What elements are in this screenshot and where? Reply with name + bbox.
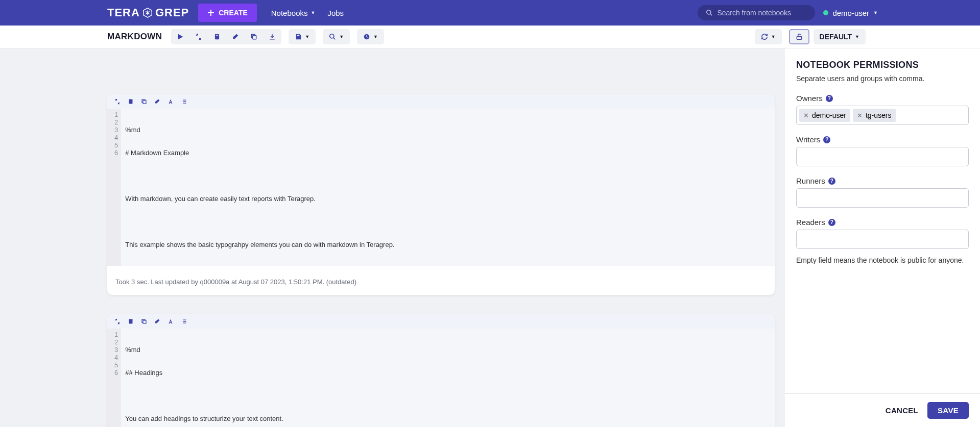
chevron-down-icon: ▼ — [311, 10, 316, 15]
schedule-dropdown[interactable]: ▼ — [357, 29, 384, 44]
chevron-down-icon: ▼ — [855, 34, 859, 39]
owner-tag: ✕ tg-users — [853, 109, 896, 122]
font-icon[interactable] — [168, 98, 174, 105]
notebook-toolbar: MARKDOWN ▼ ▼ — [0, 26, 980, 48]
eraser-icon[interactable] — [154, 98, 160, 105]
help-icon[interactable]: ? — [828, 219, 835, 226]
help-icon[interactable]: ? — [823, 136, 830, 143]
line-gutter: 123456 — [107, 329, 121, 427]
readers-label: Readers ? — [796, 218, 969, 227]
logo-text-right: GREP — [155, 6, 189, 19]
svg-rect-9 — [143, 101, 146, 104]
create-button[interactable]: CREATE — [198, 4, 257, 22]
svg-point-5 — [330, 34, 334, 38]
owners-input[interactable]: ✕ demo-user ✕ tg-users — [796, 106, 969, 125]
help-icon[interactable]: ? — [826, 95, 833, 102]
font-icon[interactable] — [168, 318, 174, 324]
code-content[interactable]: %md ## Headings You can add headings to … — [121, 329, 775, 427]
svg-rect-2 — [215, 34, 219, 40]
run-all-button[interactable] — [171, 29, 189, 44]
plus-icon — [207, 9, 214, 16]
toolbar-group-run — [171, 29, 281, 44]
notebook-main: 123456 %md # Markdown Example With markd… — [0, 48, 785, 427]
remove-tag-icon[interactable]: ✕ — [803, 112, 809, 119]
paragraph-status: Took 3 sec. Last updated by q000009a at … — [107, 266, 775, 295]
runners-label: Runners ? — [796, 177, 969, 185]
paragraph-card: 123456 %md # Markdown Example With markd… — [107, 94, 775, 295]
svg-rect-4 — [253, 36, 256, 39]
code-editor[interactable]: 123456 %md # Markdown Example With markd… — [107, 109, 775, 266]
svg-rect-11 — [143, 320, 146, 323]
remove-tag-icon[interactable]: ✕ — [857, 112, 863, 119]
panel-note: Empty field means the notebook is public… — [796, 256, 969, 264]
search-dropdown[interactable]: ▼ — [323, 29, 350, 44]
status-dot-icon — [823, 10, 828, 15]
search-box[interactable] — [698, 5, 815, 20]
owners-label: Owners ? — [796, 94, 969, 103]
eraser-icon[interactable] — [226, 29, 245, 44]
top-navbar: TERA GREP CREATE Notebooks ▼ Jobs demo-u… — [0, 0, 980, 26]
chevron-down-icon: ▼ — [873, 10, 878, 15]
svg-point-1 — [707, 10, 711, 14]
user-name: demo-user — [832, 9, 869, 17]
chevron-down-icon: ▼ — [373, 34, 378, 39]
nav-notebooks[interactable]: Notebooks ▼ — [265, 5, 322, 21]
create-label: CREATE — [219, 9, 248, 17]
book-icon[interactable] — [128, 318, 134, 324]
interpreter-dropdown[interactable]: DEFAULT ▼ — [814, 29, 866, 44]
paragraph-toolbar — [107, 94, 775, 109]
panel-subtitle: Separate users and groups with comma. — [796, 74, 969, 83]
content-area: 123456 %md # Markdown Example With markd… — [0, 48, 980, 427]
copy-icon[interactable] — [141, 98, 147, 105]
nav-jobs[interactable]: Jobs — [321, 5, 350, 21]
svg-rect-3 — [216, 35, 219, 36]
chevron-down-icon: ▼ — [305, 34, 309, 39]
writers-input[interactable] — [796, 147, 969, 166]
permissions-button[interactable] — [789, 29, 809, 44]
readers-input[interactable] — [796, 230, 969, 249]
writers-label: Writers ? — [796, 135, 969, 144]
runners-input[interactable] — [796, 188, 969, 208]
list-icon[interactable] — [181, 98, 187, 105]
user-menu[interactable]: demo-user ▼ — [823, 9, 878, 17]
collapse-icon[interactable] — [189, 29, 208, 44]
help-icon[interactable]: ? — [828, 178, 835, 185]
download-icon[interactable] — [263, 29, 281, 44]
chevron-down-icon: ▼ — [339, 34, 344, 39]
save-button[interactable]: SAVE — [927, 402, 969, 419]
svg-rect-8 — [129, 99, 133, 104]
book-icon[interactable] — [208, 29, 226, 44]
code-content[interactable]: %md # Markdown Example With markdown, yo… — [121, 109, 775, 266]
refresh-dropdown[interactable]: ▼ — [755, 29, 782, 44]
copy-icon[interactable] — [141, 318, 147, 324]
svg-rect-10 — [129, 319, 133, 324]
logo-icon — [142, 7, 153, 18]
search-input[interactable] — [717, 9, 807, 17]
collapse-icon[interactable] — [114, 318, 121, 324]
collapse-icon[interactable] — [114, 98, 121, 105]
paragraph-toolbar — [107, 314, 775, 329]
save-dropdown[interactable]: ▼ — [289, 29, 316, 44]
cancel-button[interactable]: CANCEL — [886, 406, 918, 415]
panel-title: NOTEBOOK PERMISSIONS — [796, 60, 969, 70]
chevron-down-icon: ▼ — [771, 34, 776, 39]
panel-footer: CANCEL SAVE — [785, 393, 980, 427]
line-gutter: 123456 — [107, 109, 121, 266]
owner-tag: ✕ demo-user — [799, 109, 850, 122]
logo-text-left: TERA — [107, 6, 140, 19]
copy-icon[interactable] — [245, 29, 263, 44]
paragraph-card: 123456 %md ## Headings You can add headi… — [107, 314, 775, 427]
permissions-panel: NOTEBOOK PERMISSIONS Separate users and … — [785, 48, 980, 427]
book-icon[interactable] — [128, 98, 134, 105]
list-icon[interactable] — [181, 318, 187, 324]
search-icon — [706, 9, 713, 16]
code-editor[interactable]: 123456 %md ## Headings You can add headi… — [107, 329, 775, 427]
notebook-title[interactable]: MARKDOWN — [107, 32, 162, 42]
logo[interactable]: TERA GREP — [107, 6, 189, 19]
eraser-icon[interactable] — [154, 318, 160, 324]
svg-rect-7 — [797, 36, 801, 39]
